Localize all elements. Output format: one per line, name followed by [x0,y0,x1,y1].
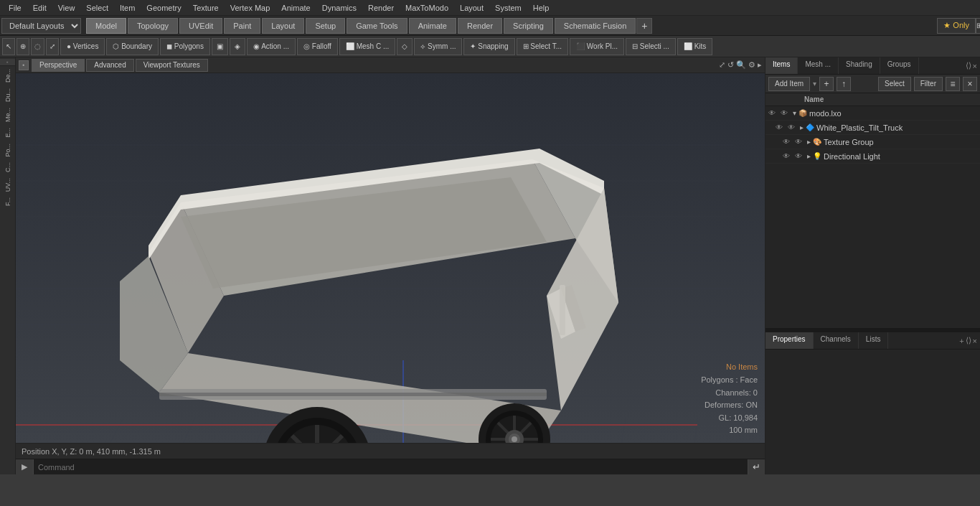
mode-paint[interactable]: Paint [224,18,260,34]
mode-gametools[interactable]: Game Tools [347,18,407,34]
tool-boundary[interactable]: ⬡ Boundary [106,38,159,55]
expand-light[interactable]: ▸ [807,152,811,160]
viewport-refresh-icon[interactable]: ↺ [727,60,734,70]
tool-globe[interactable]: ⊕ [17,38,29,55]
tool-kits[interactable]: ⬜ Kits [677,38,712,55]
item-white-plastic[interactable]: 👁 👁 ▸ 🔷 White_Plastic_Tilt_Truck [765,121,980,135]
tool-select-t[interactable]: ⊞ Select T... [517,38,569,55]
tool-mesh[interactable]: ⬜ Mesh C ... [339,38,395,55]
tool-selecti[interactable]: ⊟ Selecti ... [626,38,676,55]
tab-mesh[interactable]: Mesh ... [798,57,839,74]
sidebar-item-f[interactable]: F... [3,195,13,209]
tool-symmetry[interactable]: ⟡ Symm ... [414,38,462,55]
tool-polygons[interactable]: ◼ Polygons [160,38,210,55]
command-execute[interactable]: ↵ [748,459,765,474]
tool-component2[interactable]: ◈ [230,38,245,55]
vis2-icon-light[interactable]: 👁 [795,152,805,160]
tool-select-arrow[interactable]: ↖ [2,38,15,55]
mode-animate[interactable]: Animate [409,18,456,34]
item-modo-lxo[interactable]: 👁 👁 ▾ 📦 modo.lxo [765,106,980,121]
menu-geometry[interactable]: Geometry [141,2,187,14]
expand-modo[interactable]: ▾ [793,109,796,117]
add-mode-button[interactable]: + [636,18,652,34]
tool-falloff[interactable]: ◎ Falloff [297,38,338,55]
expand-truck[interactable]: ▸ [800,123,804,131]
viewport-3d[interactable]: X Y Z No Items Polygons : Face Channels:… [16,73,765,443]
sidebar-item-me[interactable]: Me... [3,105,13,125]
mode-topology[interactable]: Topology [128,18,178,34]
tab-lists[interactable]: Lists [859,332,889,349]
sidebar-item-e[interactable]: E... [3,125,13,141]
menu-texture[interactable]: Texture [187,2,225,14]
vis2-icon-modo[interactable]: 👁 [781,109,791,117]
sidebar-item-po[interactable]: Po... [3,141,13,160]
props-icons[interactable]: ⟨⟩ [966,336,971,345]
tab-channels[interactable]: Channels [814,332,859,349]
viewport-chevron-icon[interactable]: ▸ [758,60,762,70]
item-directional-light[interactable]: 👁 👁 ▸ 💡 Directional Light [765,149,980,164]
mode-model[interactable]: Model [86,18,126,34]
add-item-button[interactable]: Add Item [768,77,810,91]
tool-move[interactable]: ⤢ [46,38,59,55]
sidebar-item-uv[interactable]: UV... [3,175,13,195]
menu-help[interactable]: Help [527,2,555,14]
tool-vertices[interactable]: ● Vertices [60,38,105,55]
items-select-button[interactable]: Select [878,77,911,91]
menu-dynamics[interactable]: Dynamics [316,2,362,14]
right-panel-collapse[interactable]: × [973,62,977,70]
menu-system[interactable]: System [489,2,527,14]
mode-uvedit[interactable]: UVEdit [179,18,222,34]
menu-render[interactable]: Render [362,2,400,14]
expand-texture[interactable]: ▸ [807,138,811,146]
mode-setup[interactable]: Setup [306,18,345,34]
props-expand[interactable]: + [959,337,963,345]
right-panel-expand[interactable]: ⟨⟩ [966,61,971,70]
menu-animate[interactable]: Animate [275,2,316,14]
items-settings-button[interactable]: × [963,77,977,91]
viewport-search-icon[interactable]: 🔍 [736,60,746,70]
vis2-icon-texture[interactable]: 👁 [795,138,805,146]
tab-shading[interactable]: Shading [839,57,880,74]
viewport-menu-btn[interactable]: ▪ [19,60,29,70]
tool-snapping[interactable]: ✦ Snapping [463,38,514,55]
vis-icon-texture[interactable]: 👁 [783,138,793,146]
tool-lasso[interactable]: ◌ [31,38,44,55]
vis2-icon-truck[interactable]: 👁 [788,123,798,131]
menu-maxtomodo[interactable]: MaxToModo [400,2,454,14]
menu-item[interactable]: Item [114,2,141,14]
mode-scripting[interactable]: Scripting [504,18,553,34]
viewport-tab-advanced[interactable]: Advanced [86,59,133,72]
tool-component1[interactable]: ▣ [212,38,228,55]
menu-select[interactable]: Select [80,2,114,14]
tab-groups[interactable]: Groups [880,57,919,74]
vis-icon-truck[interactable]: 👁 [776,123,786,131]
tab-properties[interactable]: Properties [765,332,814,349]
menu-file[interactable]: File [3,2,27,14]
props-collapse[interactable]: × [973,337,977,345]
items-filter-button[interactable]: Filter [914,77,943,91]
viewport-settings-icon[interactable]: ⚙ [748,60,755,70]
viewport-tab-textures[interactable]: Viewport Textures [136,59,208,72]
menu-view[interactable]: View [52,2,81,14]
tab-items[interactable]: Items [765,57,798,74]
item-texture-group[interactable]: 👁 👁 ▸ 🎨 Texture Group [765,135,980,149]
menu-vertex-map[interactable]: Vertex Map [225,2,276,14]
sidebar-item-c[interactable]: C... [3,159,13,175]
sidebar-item-de[interactable]: De... [3,66,13,85]
viewport-maximize-icon[interactable]: ⤢ [719,60,725,70]
only-button[interactable]: ★ Only [937,18,976,34]
items-more-button[interactable]: ≡ [946,77,960,91]
tool-action[interactable]: ◉ Action ... [247,38,296,55]
mode-render[interactable]: Render [458,18,502,34]
mode-layout[interactable]: Layout [262,18,304,34]
vis-icon-modo[interactable]: 👁 [768,109,778,117]
tool-workplane[interactable]: ⬛ Work Pl... [570,38,624,55]
menu-layout[interactable]: Layout [454,2,489,14]
items-icon1[interactable]: + [819,77,834,91]
menu-edit[interactable]: Edit [27,2,52,14]
sidebar-item-du[interactable]: Du... [3,85,13,105]
layout-icon1[interactable]: ⊞ [976,18,980,34]
tool-diamond[interactable]: ◇ [397,38,413,55]
vis-icon-light[interactable]: 👁 [783,152,793,160]
viewport-tab-perspective[interactable]: Perspective [32,59,85,72]
